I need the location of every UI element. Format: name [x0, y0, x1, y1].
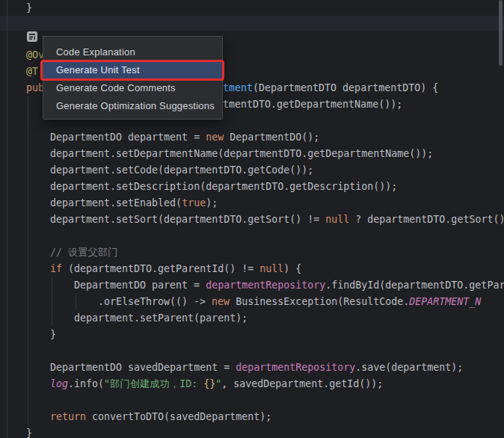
code-line[interactable]	[0, 16, 504, 32]
code-text: DepartmentDO department = new Department…	[50, 129, 319, 146]
code-line[interactable]: department.setDescription(departmentDTO.…	[0, 179, 504, 195]
menu-item-generate-unit-test[interactable]: Generate Unit Test	[43, 61, 222, 79]
code-line[interactable]: }	[0, 327, 504, 343]
code-text: return convertToDTO(savedDepartment);	[50, 409, 271, 425]
ai-context-menu-list: Code ExplanationGenerate Unit TestGenera…	[43, 43, 222, 115]
code-line[interactable]: }	[0, 425, 504, 438]
code-text: department.setDescription(departmentDTO.…	[50, 179, 397, 195]
code-line[interactable]	[0, 343, 504, 360]
code-line[interactable]: log.info("部门创建成功，ID: {}", savedDepartmen…	[0, 376, 504, 392]
code-line[interactable]: department.setCode(departmentDTO.getCode…	[0, 162, 504, 179]
indent-guide	[28, 96, 28, 425]
lingma-plugin-icon[interactable]	[27, 31, 37, 42]
code-text: DepartmentDO savedDepartment = departmen…	[50, 360, 463, 376]
code-text: department.setDepartmentName(departmentD…	[50, 146, 433, 162]
code-text: }	[50, 327, 56, 343]
code-line[interactable]: }	[0, 0, 504, 16]
code-line[interactable]: department.setDepartmentName(departmentD…	[0, 146, 504, 162]
code-editor: }@Ov@Tpubtment(DepartmentDTO departmentD…	[0, 0, 504, 438]
menu-item-code-explanation[interactable]: Code Explanation	[43, 43, 222, 61]
code-text: DepartmentDO parent = departmentReposito…	[74, 277, 504, 294]
ai-context-menu: Code ExplanationGenerate Unit TestGenera…	[43, 36, 223, 120]
code-text: tmentDTO.getDepartmentName());	[223, 96, 402, 113]
menu-item-generate-optimization-suggestions[interactable]: Generate Optimization Suggestions	[43, 97, 222, 115]
code-line[interactable]: department.setParent(parent);	[0, 310, 504, 327]
code-text: department.setSort(departmentDTO.getSort…	[50, 212, 504, 228]
code-line[interactable]	[0, 228, 504, 244]
code-text: }	[26, 425, 32, 438]
code-line[interactable]: DepartmentDO department = new Department…	[0, 129, 504, 146]
code-text: }	[26, 0, 32, 16]
code-text: .orElseThrow(() -> new BusinessException…	[98, 294, 481, 310]
code-text: if (departmentDTO.getParentId() != null)…	[50, 261, 301, 277]
code-text: department.setParent(parent);	[74, 310, 248, 327]
code-line[interactable]	[0, 392, 504, 409]
code-text: tment(DepartmentDTO departmentDTO) {	[223, 80, 438, 96]
code-text: department.setCode(departmentDTO.getCode…	[50, 162, 313, 179]
indent-guide	[52, 277, 52, 326]
code-line[interactable]: return convertToDTO(savedDepartment);	[0, 409, 504, 425]
code-text: pub	[26, 80, 44, 96]
indent-guide	[76, 294, 76, 309]
code-text: @T	[26, 64, 38, 80]
code-line[interactable]: department.setSort(departmentDTO.getSort…	[0, 212, 504, 228]
code-text: @Ov	[26, 47, 44, 64]
menu-item-generate-code-comments[interactable]: Generate Code Comments	[43, 79, 222, 97]
scrollbar-thumb[interactable]	[499, 0, 503, 66]
code-text: log.info("部门创建成功，ID: {}", savedDepartmen…	[50, 376, 383, 392]
code-line[interactable]: DepartmentDO parent = departmentReposito…	[0, 277, 504, 294]
code-text: // 设置父部门	[50, 244, 118, 261]
code-line[interactable]: DepartmentDO savedDepartment = departmen…	[0, 360, 504, 376]
code-line[interactable]: // 设置父部门	[0, 244, 504, 261]
code-line[interactable]: if (departmentDTO.getParentId() != null)…	[0, 261, 504, 277]
code-text: department.setEnabled(true);	[50, 195, 218, 212]
code-line[interactable]: department.setEnabled(true);	[0, 195, 504, 212]
